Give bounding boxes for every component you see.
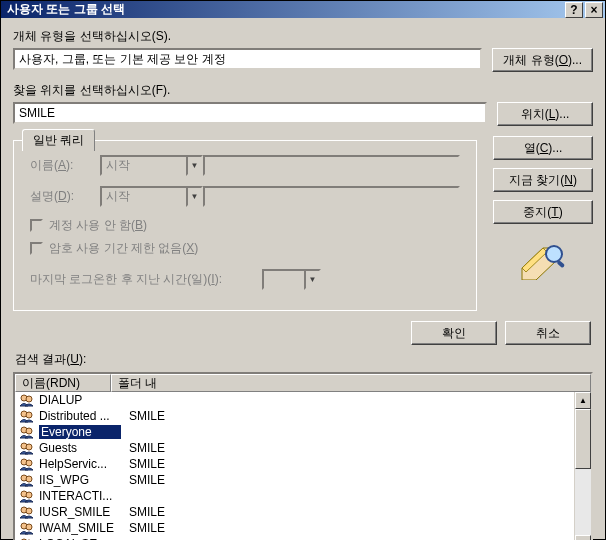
row-name-text: HelpServic... xyxy=(39,457,107,471)
cell-name: IIS_WPG xyxy=(15,473,125,487)
scroll-track[interactable] xyxy=(575,409,591,535)
location-button[interactable]: 위치(L)... xyxy=(497,102,593,126)
dialog-content: 개체 유형을 선택하십시오(S). 사용자, 그룹, 또는 기본 제공 보안 계… xyxy=(1,18,605,540)
desc-input xyxy=(203,186,460,207)
group-icon xyxy=(19,505,35,519)
cancel-button[interactable]: 취소 xyxy=(505,321,591,345)
cell-folder: SMILE xyxy=(125,473,591,487)
row-name-text: DIALUP xyxy=(39,393,82,407)
dialog-title: 사용자 또는 그룹 선택 xyxy=(7,1,563,18)
row-name-text: Guests xyxy=(39,441,77,455)
cell-name: IWAM_SMILE xyxy=(15,521,125,535)
group-icon xyxy=(19,425,35,439)
svg-point-19 xyxy=(26,524,32,530)
object-type-value: 사용자, 그룹, 또는 기본 제공 보안 계정 xyxy=(19,51,226,68)
name-match-combo: 시작 ▼ xyxy=(100,155,203,176)
row-name-text: Everyone xyxy=(39,425,121,439)
search-results-label: 검색 결과(U): xyxy=(15,351,593,368)
object-type-field: 사용자, 그룹, 또는 기본 제공 보안 계정 xyxy=(13,48,482,70)
svg-point-13 xyxy=(26,476,32,482)
table-row[interactable]: LOCAL SE... xyxy=(15,536,591,540)
svg-point-0 xyxy=(546,246,562,262)
listview-header: 이름(RDN) 폴더 내 xyxy=(15,374,591,392)
column-folder[interactable]: 폴더 내 xyxy=(111,374,591,392)
row-name-text: INTERACTI... xyxy=(39,489,112,503)
svg-point-7 xyxy=(26,428,32,434)
cell-folder: SMILE xyxy=(125,521,591,535)
ok-button[interactable]: 확인 xyxy=(411,321,497,345)
pwd-never-expire-label: 암호 사용 기간 제한 없음(X) xyxy=(49,240,198,257)
group-icon xyxy=(19,393,35,407)
table-row[interactable]: IUSR_SMILESMILE xyxy=(15,504,591,520)
row-name-text: IUSR_SMILE xyxy=(39,505,110,519)
results-listview[interactable]: 이름(RDN) 폴더 내 DIALUPDistributed ...SMILEE… xyxy=(13,372,593,540)
table-row[interactable]: HelpServic...SMILE xyxy=(15,456,591,472)
row-name-text: Distributed ... xyxy=(39,409,110,423)
name-input xyxy=(203,155,460,176)
titlebar: 사용자 또는 그룹 선택 ? × xyxy=(1,1,605,18)
scroll-down-button[interactable]: ▼ xyxy=(575,535,591,540)
disabled-accounts-label: 계정 사용 안 함(B) xyxy=(49,217,147,234)
name-label: 이름(A): xyxy=(30,157,100,174)
cell-folder: SMILE xyxy=(125,505,591,519)
table-row[interactable]: IIS_WPGSMILE xyxy=(15,472,591,488)
cell-name: INTERACTI... xyxy=(15,489,125,503)
group-icon xyxy=(19,473,35,487)
cell-folder: SMILE xyxy=(125,409,591,423)
desc-match-value: 시작 xyxy=(100,186,186,207)
cell-name: Guests xyxy=(15,441,125,455)
columns-button[interactable]: 열(C)... xyxy=(493,136,593,160)
pwd-never-expire-checkbox xyxy=(30,242,43,255)
cell-folder: SMILE xyxy=(125,457,591,471)
table-row[interactable]: Everyone xyxy=(15,424,591,440)
svg-point-17 xyxy=(26,508,32,514)
close-button[interactable]: × xyxy=(585,2,603,18)
location-value: SMILE xyxy=(19,106,55,120)
group-icon xyxy=(19,441,35,455)
last-login-label: 마지막 로그온한 후 지난 시간(일)(I): xyxy=(30,271,222,288)
group-icon xyxy=(19,409,35,423)
cell-name: HelpServic... xyxy=(15,457,125,471)
listview-body: DIALUPDistributed ...SMILEEveryoneGuests… xyxy=(15,392,591,540)
table-row[interactable]: Distributed ...SMILE xyxy=(15,408,591,424)
desc-label: 설명(D): xyxy=(30,188,100,205)
vertical-scrollbar[interactable]: ▲ ▼ xyxy=(574,392,591,540)
svg-point-15 xyxy=(26,492,32,498)
svg-point-9 xyxy=(26,444,32,450)
svg-point-11 xyxy=(26,460,32,466)
row-name-text: IWAM_SMILE xyxy=(39,521,114,535)
group-icon xyxy=(19,489,35,503)
find-now-button[interactable]: 지금 찾기(N) xyxy=(493,168,593,192)
group-icon xyxy=(19,457,35,471)
table-row[interactable]: INTERACTI... xyxy=(15,488,591,504)
cell-name: Distributed ... xyxy=(15,409,125,423)
help-button[interactable]: ? xyxy=(565,2,583,18)
last-login-value xyxy=(262,269,304,290)
last-login-combo: ▼ xyxy=(262,269,321,290)
location-label: 찾을 위치를 선택하십시오(F). xyxy=(13,82,593,99)
search-icon xyxy=(519,242,567,280)
common-query-tab[interactable]: 일반 쿼리 xyxy=(22,129,95,151)
desc-match-combo: 시작 ▼ xyxy=(100,186,203,207)
cell-name: Everyone xyxy=(15,425,125,439)
row-name-text: IIS_WPG xyxy=(39,473,89,487)
table-row[interactable]: IWAM_SMILESMILE xyxy=(15,520,591,536)
svg-point-3 xyxy=(26,396,32,402)
common-query-group: 일반 쿼리 이름(A): 시작 ▼ 설명(D): 시작 ▼ xyxy=(13,140,477,311)
name-match-value: 시작 xyxy=(100,155,186,176)
cell-name: IUSR_SMILE xyxy=(15,505,125,519)
chevron-down-icon: ▼ xyxy=(186,155,203,176)
table-row[interactable]: GuestsSMILE xyxy=(15,440,591,456)
stop-button[interactable]: 중지(T) xyxy=(493,200,593,224)
scroll-thumb[interactable] xyxy=(575,409,591,469)
object-type-label: 개체 유형을 선택하십시오(S). xyxy=(13,28,593,45)
object-type-button[interactable]: 개체 유형(O)... xyxy=(492,48,593,72)
cell-name: DIALUP xyxy=(15,393,125,407)
chevron-down-icon: ▼ xyxy=(186,186,203,207)
select-users-groups-dialog: 사용자 또는 그룹 선택 ? × 개체 유형을 선택하십시오(S). 사용자, … xyxy=(0,0,606,540)
group-icon xyxy=(19,521,35,535)
column-name[interactable]: 이름(RDN) xyxy=(15,374,111,392)
cell-folder: SMILE xyxy=(125,441,591,455)
table-row[interactable]: DIALUP xyxy=(15,392,591,408)
scroll-up-button[interactable]: ▲ xyxy=(575,392,591,409)
